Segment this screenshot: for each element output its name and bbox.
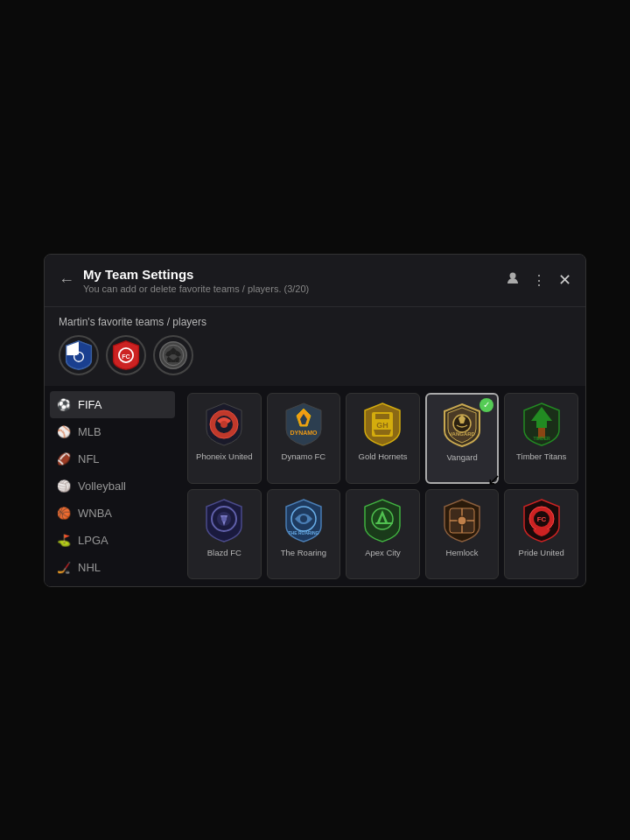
sidebar-label-fifa: FIFA [78, 398, 102, 411]
team-card-dynamo[interactable]: DYNAMO Dynamo FC [267, 393, 341, 485]
team-logo-phoneix [200, 401, 248, 448]
svg-point-38 [458, 516, 466, 525]
team-card-vangard[interactable]: ✓ VANGARD Vangard ↙ [425, 393, 500, 485]
cursor: ↙ [487, 470, 500, 489]
team-name-dynamo: Dynamo FC [282, 452, 326, 461]
sidebar-label-volleyball: Volleyball [78, 480, 126, 493]
svg-point-31 [300, 515, 307, 522]
team-card-apex-city[interactable]: Apex City [346, 489, 420, 579]
favorite-team-2[interactable]: FC [106, 335, 146, 375]
svg-point-5 [160, 341, 187, 368]
modal-container: ← My Team Settings You can add or delete… [44, 254, 586, 587]
team-card-roaring[interactable]: THE ROARING The Roaring [267, 489, 341, 579]
team-logo-roaring: THE ROARING [280, 497, 327, 544]
page-title: My Team Settings [83, 267, 506, 282]
svg-text:VANGARD: VANGARD [449, 431, 476, 437]
mlb-icon: ⚾ [57, 425, 71, 438]
sidebar-label-wnba: WNBA [78, 507, 112, 520]
svg-point-29 [221, 516, 227, 522]
sidebar-item-volleyball[interactable]: 🏐 Volleyball [45, 472, 180, 500]
close-icon[interactable]: ✕ [558, 270, 571, 290]
team-card-gold-hornets[interactable]: GH Gold Hornets [346, 393, 420, 485]
user-icon[interactable] [506, 271, 520, 289]
team-name-pride-united: Pride United [519, 548, 564, 557]
svg-rect-34 [375, 522, 393, 524]
team-name-blazd: Blazd FC [207, 548, 242, 557]
fifa-icon: ⚽ [57, 398, 71, 411]
team-card-timber-titans[interactable]: TIMBER Timber Titans [504, 393, 578, 485]
team-name-vangard: Vangard [446, 452, 477, 462]
svg-text:THE ROARING: THE ROARING [288, 530, 318, 536]
more-options-icon[interactable]: ⋮ [532, 272, 546, 289]
sidebar-label-nfl: NFL [78, 452, 100, 466]
team-name-timber-titans: Timber Titans [516, 452, 566, 461]
sidebar: ⚽ FIFA ⚾ MLB 🏈 NFL 🏐 Volleyball 🏀 WNBA ⛳ [45, 386, 180, 586]
back-button[interactable]: ← [59, 272, 74, 288]
team-logo-vangard: VANGARD [438, 402, 486, 449]
team-logo-pride-united: FC [518, 497, 565, 544]
header-title-group: My Team Settings You can add or delete f… [83, 267, 506, 294]
favorites-label: Martin's favorite teams / players [59, 316, 571, 328]
team-logo-timber-titans: TIMBER [518, 401, 565, 448]
svg-text:DYNAMO: DYNAMO [290, 430, 318, 436]
page-subtitle: You can add or delete favorite teams / p… [83, 284, 506, 294]
modal-header: ← My Team Settings You can add or delete… [45, 255, 585, 307]
svg-point-15 [220, 421, 228, 428]
team-logo-dynamo: DYNAMO [280, 401, 327, 448]
nhl-icon: 🏒 [57, 561, 71, 574]
teams-grid: Phoneix United DYNAMO Dynamo FC [180, 386, 585, 586]
main-content: ⚽ FIFA ⚾ MLB 🏈 NFL 🏐 Volleyball 🏀 WNBA ⛳ [45, 386, 585, 586]
sidebar-item-lpga[interactable]: ⛳ LPGA [45, 527, 180, 554]
svg-point-2 [76, 354, 80, 359]
svg-text:FC: FC [536, 515, 546, 523]
header-actions: ⋮ ✕ [506, 270, 571, 290]
sidebar-label-lpga: LPGA [78, 534, 108, 547]
team-name-gold-hornets: Gold Hornets [359, 452, 408, 461]
sidebar-item-nhl[interactable]: 🏒 NHL [45, 554, 180, 581]
svg-rect-20 [375, 414, 389, 419]
team-name-hemlock: Hemlock [446, 548, 479, 557]
sidebar-item-mlb[interactable]: ⚾ MLB [45, 418, 180, 445]
favorites-row: FC [59, 335, 571, 375]
lpga-icon: ⛳ [57, 534, 71, 547]
sidebar-item-fifa[interactable]: ⚽ FIFA [50, 391, 175, 418]
favorite-team-3[interactable] [153, 335, 193, 375]
sidebar-item-nfl[interactable]: 🏈 NFL [45, 445, 180, 472]
favorite-team-1[interactable] [59, 335, 99, 375]
team-card-pride-united[interactable]: FC Pride United [504, 489, 578, 579]
svg-text:GH: GH [377, 421, 389, 430]
nfl-icon: 🏈 [57, 452, 71, 466]
sidebar-label-mlb: MLB [78, 425, 102, 438]
team-name-apex-city: Apex City [365, 548, 401, 557]
sidebar-label-nhl: NHL [78, 561, 101, 574]
svg-text:FC: FC [122, 352, 130, 360]
svg-text:TIMBER: TIMBER [533, 436, 550, 441]
sidebar-item-wnba[interactable]: 🏀 WNBA [45, 500, 180, 527]
favorites-section: Martin's favorite teams / players [45, 307, 585, 386]
team-card-blazd[interactable]: Blazd FC [187, 489, 262, 579]
team-logo-gold-hornets: GH [359, 401, 406, 448]
team-logo-hemlock [438, 497, 486, 544]
wnba-icon: 🏀 [57, 507, 71, 520]
team-card-hemlock[interactable]: Hemlock [425, 489, 500, 579]
team-logo-apex-city [359, 497, 406, 544]
team-card-phoneix[interactable]: Phoneix United [187, 393, 262, 485]
team-name-roaring: The Roaring [281, 548, 326, 557]
selected-checkmark: ✓ [480, 398, 494, 412]
team-name-phoneix: Phoneix United [196, 452, 252, 461]
svg-point-0 [510, 273, 516, 279]
volleyball-icon: 🏐 [57, 480, 71, 493]
team-logo-blazd [200, 497, 248, 544]
